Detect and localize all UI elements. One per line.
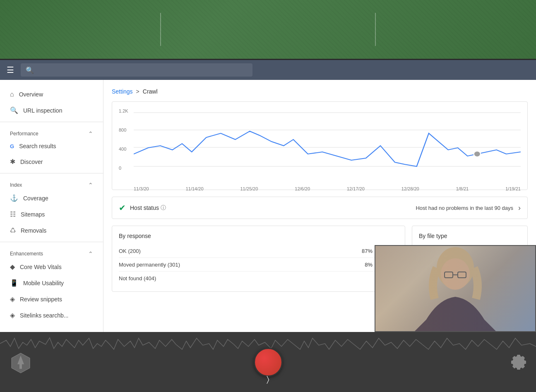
host-status-bar[interactable]: ✔ Host status ⓘ Host had no problems in … xyxy=(112,197,528,219)
sidebar-performance-header[interactable]: Performance ⌃ xyxy=(0,125,103,139)
chart-x-5: 12/17/20 xyxy=(347,186,365,191)
settings-button[interactable] xyxy=(510,352,528,372)
status-check-icon: ✔ xyxy=(119,203,126,213)
chevron-up-icon: ⌃ xyxy=(88,130,93,137)
sitelinks-icon: ◈ xyxy=(10,311,15,319)
sidebar-item-discover[interactable]: ✱ Discover xyxy=(0,154,103,170)
sidebar-core-web-vitals-label: Core Web Vitals xyxy=(20,264,62,270)
host-status-help: ⓘ xyxy=(161,204,166,212)
sidebar-coverage-label: Coverage xyxy=(23,195,48,202)
sidebar-index-header[interactable]: Index ⌃ xyxy=(0,177,103,190)
breadcrumb-current: Crawl xyxy=(143,88,158,95)
response-200-label: OK (200) xyxy=(119,248,356,254)
response-301-pct: 8% xyxy=(356,262,373,268)
response-301-label: Moved permanently (301) xyxy=(119,262,356,268)
sidebar-item-search-results[interactable]: G Search results xyxy=(0,139,103,154)
chart-y-400: 400 xyxy=(119,147,128,152)
sidebar-url-label: URL inspection xyxy=(23,107,62,114)
by-response-row-200: OK (200) 87% xyxy=(119,244,398,258)
sidebar-performance-label: Performance xyxy=(10,131,38,137)
svg-point-14 xyxy=(474,151,481,157)
response-200-pct: 87% xyxy=(356,248,373,254)
discover-icon: ✱ xyxy=(10,158,15,166)
chart-wrapper: 1.2K 800 400 0 1 xyxy=(119,108,521,183)
toolbar-separator-1 xyxy=(160,13,161,46)
chart-x-8: 1/19/21 xyxy=(505,186,521,191)
chart-x-2: 11/14/20 xyxy=(186,186,204,191)
breadcrumb-separator: > xyxy=(136,88,139,95)
hamburger-button[interactable]: ☰ xyxy=(7,65,14,75)
sidebar-search-results-label: Search results xyxy=(19,143,56,149)
home-icon: ⌂ xyxy=(10,91,14,98)
record-button-area: 〉 xyxy=(254,348,283,377)
toolbar-separator-2 xyxy=(375,13,376,46)
chart-x-7: 1/8/21 xyxy=(456,186,469,191)
gsc-appbar: ☰ 🔍 xyxy=(0,60,536,80)
top-toolbar xyxy=(0,0,536,60)
chart-x-3: 11/25/20 xyxy=(240,186,258,191)
chart-svg xyxy=(134,108,521,183)
cursor-hand: 〉 xyxy=(267,375,269,384)
core-web-vitals-icon: ◆ xyxy=(10,263,15,271)
chevron-up-icon-3: ⌃ xyxy=(88,250,93,257)
host-status-label: Host status xyxy=(130,204,159,211)
coverage-icon: ⚓ xyxy=(10,194,18,202)
chart-x-1: 11/3/20 xyxy=(134,186,149,191)
sidebar-item-core-web-vitals[interactable]: ◆ Core Web Vitals xyxy=(0,259,103,275)
chart-x-labels: 11/3/20 11/14/20 11/25/20 12/6/20 12/17/… xyxy=(134,186,521,191)
sidebar-review-snippets-label: Review snippets xyxy=(20,296,62,303)
sidebar-index-label: Index xyxy=(10,182,22,188)
sidebar: ⌂ Overview 🔍 URL inspection Performance … xyxy=(0,80,103,332)
sidebar-sitemaps-label: Sitemaps xyxy=(21,211,45,218)
video-overlay xyxy=(375,245,536,332)
chart-y-800: 800 xyxy=(119,127,128,132)
sidebar-mobile-usability-label: Mobile Usability xyxy=(23,280,64,286)
sidebar-divider-3 xyxy=(0,242,103,242)
removals-icon: ♺ xyxy=(10,226,16,234)
response-404-label: Not found (404) xyxy=(119,275,356,281)
by-file-type-title: By file type xyxy=(419,233,521,239)
bottom-bar: 〉 xyxy=(0,332,536,392)
search-bar[interactable]: 🔍 xyxy=(21,63,252,77)
breadcrumb: Settings > Crawl xyxy=(112,88,528,95)
chart-y-1.2k: 1.2K xyxy=(119,108,128,113)
sidebar-item-mobile-usability[interactable]: 📱 Mobile Usability xyxy=(0,275,103,291)
breadcrumb-parent[interactable]: Settings xyxy=(112,88,133,95)
sidebar-overview-label: Overview xyxy=(19,91,43,98)
chart-y-0: 0 xyxy=(119,166,128,171)
sidebar-divider-1 xyxy=(0,122,103,122)
by-response-title: By response xyxy=(119,233,398,239)
review-icon: ◈ xyxy=(10,295,15,303)
search-input[interactable] xyxy=(37,67,248,73)
sidebar-divider-2 xyxy=(0,173,103,173)
sidebar-enhancements-header[interactable]: Enhancements ⌃ xyxy=(0,245,103,259)
google-icon: G xyxy=(10,143,14,149)
chart-x-6: 12/28/20 xyxy=(401,186,419,191)
by-response-card: By response OK (200) 87% Moved permanent… xyxy=(112,226,405,292)
sidebar-item-url-inspection[interactable]: 🔍 URL inspection xyxy=(0,102,103,118)
sidebar-item-sitemaps[interactable]: ☷ Sitemaps xyxy=(0,206,103,222)
settings-icon xyxy=(510,352,528,370)
sidebar-discover-label: Discover xyxy=(20,159,43,165)
record-button[interactable] xyxy=(254,348,283,377)
search-icon: 🔍 xyxy=(26,66,34,74)
sidebar-sitelinks-label: Sitelinks searchb... xyxy=(20,312,69,319)
sidebar-item-review-snippets[interactable]: ◈ Review snippets xyxy=(0,291,103,307)
svg-rect-24 xyxy=(19,364,22,369)
sidebar-item-overview[interactable]: ⌂ Overview xyxy=(0,87,103,102)
sidebar-removals-label: Removals xyxy=(21,227,46,234)
host-status-chevron: › xyxy=(518,204,521,212)
search-icon-sidebar: 🔍 xyxy=(10,106,18,114)
chart-y-labels: 1.2K 800 400 0 xyxy=(119,108,128,171)
by-response-row-301: Moved permanently (301) 8% xyxy=(119,258,398,272)
sidebar-item-removals[interactable]: ♺ Removals xyxy=(0,222,103,238)
by-response-row-404: Not found (404) xyxy=(119,272,398,285)
mobile-icon: 📱 xyxy=(10,279,18,287)
chart-container: 1.2K 800 400 0 1 xyxy=(112,101,528,190)
chart-x-4: 12/6/20 xyxy=(295,186,310,191)
sidebar-enhancements-label: Enhancements xyxy=(10,251,43,257)
host-status-message: Host had no problems in the last 90 days xyxy=(416,205,513,211)
sidebar-item-coverage[interactable]: ⚓ Coverage xyxy=(0,190,103,206)
sidebar-item-sitelinks[interactable]: ◈ Sitelinks searchb... xyxy=(0,307,103,323)
video-inner xyxy=(375,246,535,331)
